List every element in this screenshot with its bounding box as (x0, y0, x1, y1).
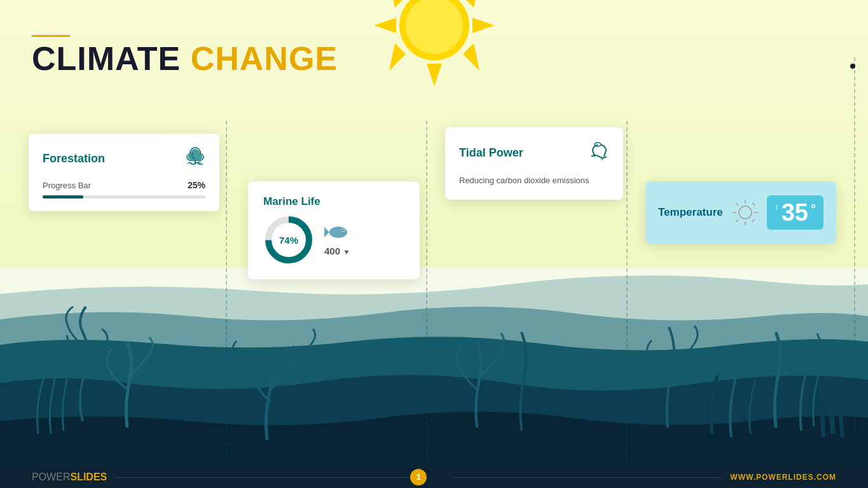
svg-marker-3 (472, 18, 495, 33)
svg-marker-16 (324, 227, 329, 237)
brand-name: POWERSLIDES (32, 471, 107, 483)
svg-marker-6 (389, 43, 406, 71)
dashed-line-4 (854, 57, 855, 439)
progress-value: 25% (188, 180, 205, 190)
svg-marker-5 (463, 0, 479, 8)
main-title: CLIMATE CHANGE (32, 42, 338, 75)
svg-point-15 (329, 227, 347, 238)
svg-marker-4 (389, 0, 406, 8)
title-area: CLIMATE CHANGE (32, 35, 338, 75)
tidal-power-card: Tidal Power Reducing carbon dioxide emis… (445, 127, 623, 200)
decorative-dot (850, 64, 855, 69)
brand-power: POWER (32, 471, 70, 482)
tidal-description: Reducing carbon dioxide emissions (459, 174, 609, 187)
forestation-title: Forestation (43, 152, 105, 165)
svg-point-29 (739, 206, 752, 219)
marine-content: 74% 400 ▼ (263, 214, 404, 265)
dashed-line-2 (426, 121, 427, 488)
tidal-icon (586, 140, 609, 165)
temperature-card: Temperature ↑ 35 ° (645, 181, 836, 244)
marine-life-card: Marine Life 74% 400 ▼ (248, 181, 420, 279)
temperature-value-box: ↑ 35 ° (767, 195, 823, 230)
bottom-line-right (453, 477, 722, 478)
progress-bar-fill (43, 195, 83, 199)
progress-bar-background (43, 195, 205, 199)
progress-label: Progress Bar (43, 181, 91, 190)
tidal-title: Tidal Power (459, 146, 523, 160)
title-change: CHANGE (191, 40, 338, 77)
svg-line-26 (752, 203, 755, 206)
forestation-card: Forestation Progress Bar 25% (29, 134, 219, 211)
page-number: 1 (417, 472, 421, 482)
forestation-header: Forestation (43, 146, 205, 171)
svg-marker-2 (374, 18, 396, 33)
svg-point-20 (601, 158, 603, 160)
bottom-bar: POWERSLIDES 1 WWW.POWERLIDES.COM (0, 466, 868, 488)
title-climate: CLIMATE (32, 40, 191, 77)
temperature-arrow: ↑ (775, 202, 779, 212)
svg-line-28 (752, 220, 755, 222)
temperature-number: 35 (782, 200, 808, 225)
brand-slides: SLIDES (70, 471, 107, 482)
title-accent-line (32, 35, 70, 37)
donut-percent-label: 74% (279, 235, 298, 246)
progress-row: Progress Bar 25% (43, 180, 205, 190)
fish-count-area: 400 ▼ (324, 223, 350, 257)
svg-marker-7 (463, 43, 479, 71)
website-url: WWW.POWERLIDES.COM (730, 473, 836, 482)
sun-decoration (371, 0, 498, 89)
svg-line-27 (736, 220, 738, 222)
fish-arrow: ▼ (343, 248, 350, 256)
dashed-line-3 (626, 121, 628, 488)
donut-chart: 74% (263, 214, 314, 265)
bottom-line-left (114, 477, 415, 478)
temperature-sun-icon (730, 197, 761, 228)
tidal-header: Tidal Power (459, 140, 609, 165)
fish-icon (324, 223, 350, 246)
fish-number: 400 ▼ (324, 246, 350, 257)
dashed-line-1 (226, 121, 227, 488)
forestation-icon (185, 146, 205, 171)
temperature-label: Temperature (658, 206, 724, 219)
svg-marker-1 (427, 64, 442, 86)
svg-line-25 (736, 203, 738, 206)
svg-point-18 (343, 230, 344, 231)
marine-title: Marine Life (263, 195, 404, 208)
temperature-degree: ° (811, 202, 816, 216)
